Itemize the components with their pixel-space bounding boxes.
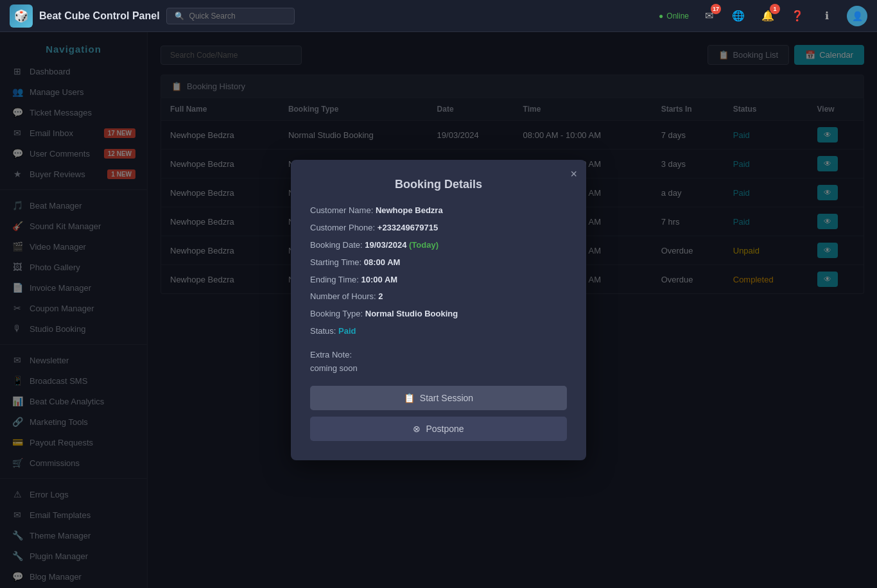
starting-time-line: Starting Time: 08:00 AM xyxy=(310,256,567,270)
customer-name-line: Customer Name: Newhope Bedzra xyxy=(310,204,567,218)
num-hours-line: Number of Hours: 2 xyxy=(310,290,567,304)
logo-area: 🎲 Beat Cube Control Panel xyxy=(10,4,160,28)
top-nav: 🎲 Beat Cube Control Panel 🔍 Online ✉ 17 … xyxy=(0,0,877,32)
help-nav-btn[interactable]: ❓ xyxy=(788,6,807,26)
booking-date-line: Booking Date: 19/03/2024 (Today) xyxy=(310,239,567,252)
search-icon: 🔍 xyxy=(175,12,184,21)
app-title: Beat Cube Control Panel xyxy=(39,10,160,22)
ending-time-line: Ending Time: 10:00 AM xyxy=(310,273,567,287)
status-line: Status: Paid xyxy=(310,325,567,338)
info-nav-btn[interactable]: ℹ xyxy=(817,6,837,26)
modal-overlay: Booking Details × Customer Name: Newhope… xyxy=(0,32,877,588)
bell-nav-btn[interactable]: 🔔 1 xyxy=(758,6,777,26)
top-nav-items: Online ✉ 17 🌐 🔔 1 ❓ ℹ 👤 xyxy=(659,6,867,26)
extra-note-value: coming soon xyxy=(310,363,567,373)
search-input[interactable] xyxy=(189,12,286,21)
modal-title: Booking Details xyxy=(310,178,567,191)
postpone-icon: ⊗ xyxy=(413,424,421,434)
booking-type-line: Booking Type: Normal Studio Booking xyxy=(310,307,567,321)
bell-badge: 1 xyxy=(770,4,780,14)
modal-close-btn[interactable]: × xyxy=(570,168,577,181)
avatar[interactable]: 👤 xyxy=(847,6,867,26)
start-session-icon: 📋 xyxy=(404,393,415,403)
customer-phone-line: Customer Phone: +233249679715 xyxy=(310,221,567,235)
start-session-btn[interactable]: 📋 Start Session xyxy=(310,386,567,410)
email-badge: 17 xyxy=(711,4,721,14)
booking-details-modal: Booking Details × Customer Name: Newhope… xyxy=(291,160,586,460)
search-box[interactable]: 🔍 xyxy=(166,8,295,24)
email-nav-btn[interactable]: ✉ 17 xyxy=(699,6,718,26)
online-status: Online xyxy=(659,12,689,21)
extra-note-label: Extra Note: xyxy=(310,350,567,359)
postpone-btn[interactable]: ⊗ Postpone xyxy=(310,417,567,441)
globe-nav-btn[interactable]: 🌐 xyxy=(729,6,748,26)
app-logo-icon: 🎲 xyxy=(10,4,33,28)
